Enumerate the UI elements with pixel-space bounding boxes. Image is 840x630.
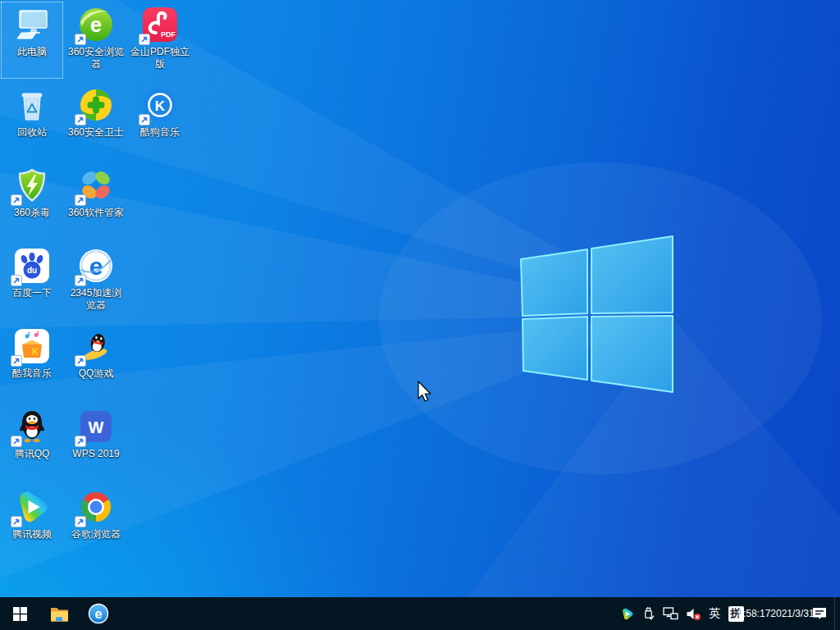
360-software-manager-icon: [77, 167, 115, 204]
desktop-icon-2345-browser[interactable]: e 2345加速浏览器: [65, 243, 127, 320]
shortcut-arrow-overlay: [139, 34, 150, 45]
kugou-music-icon: K: [141, 86, 179, 124]
taskbar: e: [0, 597, 840, 630]
baidu-paw-icon: du: [13, 247, 51, 285]
desktop[interactable]: 此电脑 e 360安全浏览器 PDF 金山PDF独立版: [0, 0, 840, 630]
start-button[interactable]: [0, 597, 39, 630]
desktop-icon-kingsoft-pdf[interactable]: PDF 金山PDF独立版: [129, 2, 191, 79]
desktop-icon-chrome[interactable]: 谷歌浏览器: [65, 484, 127, 561]
desktop-icon-360-antivirus[interactable]: 360杀毒: [1, 162, 63, 240]
desktop-icon-tencent-video[interactable]: 腾讯视频: [1, 484, 63, 561]
browser-e-icon: e: [88, 603, 109, 624]
desktop-icon-label: 百度一下: [1, 287, 63, 299]
desktop-icon-360-safe[interactable]: 360安全卫士: [65, 82, 127, 159]
language-indicator[interactable]: 英: [705, 597, 724, 630]
svg-text:PDF: PDF: [161, 30, 176, 39]
360-security-guard-icon: [77, 86, 115, 124]
svg-text:K: K: [32, 346, 39, 358]
shortcut-arrow-overlay: [75, 114, 86, 126]
desktop-icon-label: 回收站: [1, 126, 63, 139]
svg-text:e: e: [95, 607, 103, 621]
desktop-icon-label: 360软件管家: [65, 207, 127, 219]
tencent-video-tray-icon[interactable]: [616, 597, 637, 630]
action-center-icon: [811, 606, 828, 622]
desktop-icon-label: 金山PDF独立版: [129, 46, 191, 71]
volume-muted-icon[interactable]: [682, 597, 705, 630]
shortcut-arrow-overlay: [11, 516, 22, 527]
taskbar-browser-button[interactable]: e: [79, 597, 118, 630]
desktop-icon-label: QQ游戏: [65, 368, 127, 380]
desktop-icon-label: 酷我音乐: [1, 368, 63, 380]
desktop-icon-kuwo-music[interactable]: K 酷我音乐: [1, 323, 63, 400]
desktop-icon-kugou-music[interactable]: K 酷狗音乐: [129, 82, 191, 159]
shortcut-arrow-overlay: [11, 194, 22, 206]
2345-browser-icon: e: [77, 247, 115, 285]
windows-start-icon: [13, 607, 27, 621]
recycle-bin-icon: [13, 86, 51, 124]
desktop-icon-this-pc[interactable]: 此电脑: [1, 2, 63, 79]
chrome-icon: [77, 488, 115, 526]
show-desktop-button[interactable]: [834, 597, 840, 630]
wps-2019-icon: W: [77, 408, 115, 445]
shortcut-arrow-overlay: [75, 275, 86, 286]
360-safe-browser-icon: e: [77, 6, 115, 43]
desktop-icon-recycle-bin[interactable]: 回收站: [1, 82, 63, 159]
desktop-icon-360-browser[interactable]: e 360安全浏览器: [65, 2, 127, 79]
desktop-icon-label: 腾讯QQ: [1, 448, 63, 460]
desktop-icon-label: 腾讯视频: [1, 528, 63, 541]
desktop-icon-label: 此电脑: [1, 46, 63, 58]
desktop-icon-wps-2019[interactable]: W WPS 2019: [65, 404, 127, 481]
svg-text:e: e: [90, 13, 102, 36]
tencent-qq-icon: [13, 408, 51, 445]
desktop-icon-label: 谷歌浏览器: [65, 528, 127, 541]
desktop-icon-360-software-manager[interactable]: 360软件管家: [65, 162, 127, 240]
action-center-button[interactable]: [805, 597, 834, 630]
shortcut-arrow-overlay: [139, 114, 150, 126]
360-antivirus-shield-icon: [13, 167, 51, 204]
desktop-icon-baidu[interactable]: du 百度一下: [1, 243, 63, 320]
shortcut-arrow-overlay: [75, 34, 86, 45]
desktop-icon-qq-games[interactable]: QQ游戏: [65, 323, 127, 400]
shortcut-arrow-overlay: [75, 194, 86, 206]
shortcut-arrow-overlay: [11, 355, 22, 367]
this-pc-icon: [13, 6, 51, 43]
desktop-icon-label: 2345加速浏览器: [65, 287, 127, 312]
desktop-icon-label: 360安全卫士: [65, 126, 127, 139]
shortcut-arrow-overlay: [75, 516, 86, 527]
shortcut-arrow-overlay: [75, 436, 86, 447]
mouse-cursor-arrow: [418, 381, 436, 405]
svg-text:W: W: [89, 418, 104, 436]
svg-text:e: e: [89, 253, 103, 280]
kuwo-music-icon: K: [13, 327, 51, 365]
taskbar-clock[interactable]: 9:58:17 2021/3/31: [747, 597, 805, 630]
desktop-icon-label: 360安全浏览器: [65, 46, 127, 71]
kingsoft-pdf-icon: PDF: [141, 6, 179, 43]
shortcut-arrow-overlay: [11, 436, 22, 447]
svg-text:du: du: [27, 266, 37, 275]
file-explorer-icon: [50, 606, 69, 622]
network-icon[interactable]: [659, 597, 682, 630]
usb-safely-remove-icon[interactable]: [637, 597, 659, 630]
svg-text:K: K: [155, 98, 166, 114]
tencent-video-icon: [13, 488, 51, 526]
system-tray: 英 拼 9:58:17 2021/3/31: [616, 597, 840, 630]
desktop-icon-label: 360杀毒: [1, 207, 63, 219]
file-explorer-button[interactable]: [39, 597, 79, 630]
clock-time: 9:58:17: [737, 609, 770, 619]
desktop-icon-label: WPS 2019: [65, 448, 127, 460]
shortcut-arrow-overlay: [75, 355, 86, 367]
shortcut-arrow-overlay: [11, 275, 22, 286]
desktop-icon-label: 酷狗音乐: [129, 126, 191, 139]
desktop-icon-tencent-qq[interactable]: 腾讯QQ: [1, 404, 63, 481]
qq-games-icon: [77, 327, 115, 365]
